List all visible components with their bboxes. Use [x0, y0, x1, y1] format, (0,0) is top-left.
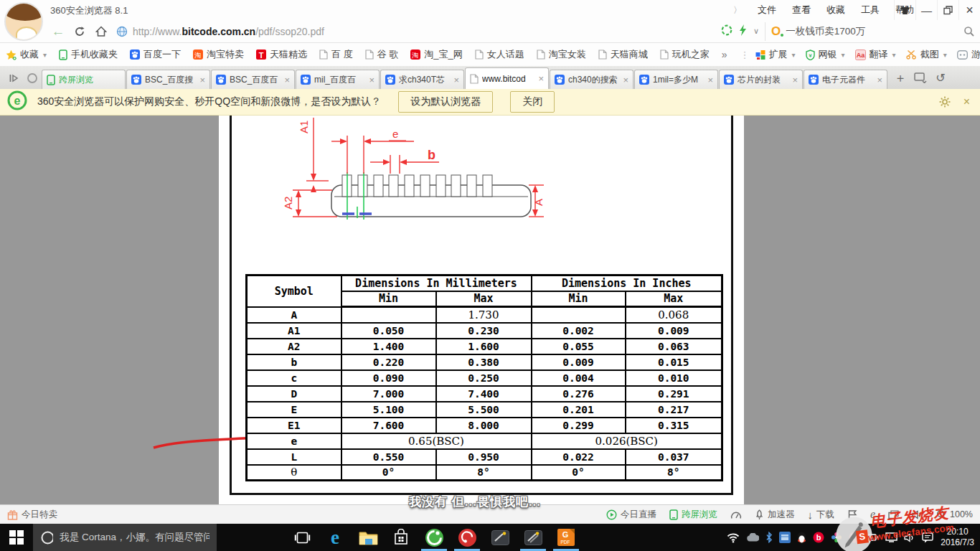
tab-BSC_百度搜[interactable]: BSC_百度搜× — [126, 70, 210, 89]
tab-求ch340T芯[interactable]: 求ch340T芯× — [380, 70, 464, 89]
bookmark-item[interactable]: 玩机之家 — [660, 48, 710, 61]
bookmarks-overflow-button[interactable]: » — [722, 49, 727, 60]
statusbar-item[interactable] — [847, 509, 857, 519]
tab-close-icon[interactable]: × — [199, 75, 205, 85]
bookmark-item[interactable]: Aa翻译▾ — [855, 48, 896, 61]
url-field[interactable]: http://www.bitcode.com.cn/pdf/ssop20.pdf — [112, 22, 715, 41]
search-icon[interactable] — [963, 26, 974, 37]
reopen-closed-tab-button[interactable]: ↺ — [931, 67, 950, 88]
bookmark-item[interactable]: T天猫精选 — [256, 48, 307, 61]
statusbar-item[interactable] — [888, 510, 899, 519]
bookmark-item[interactable]: 女人话题 — [475, 48, 524, 61]
bookmark-item[interactable]: 扩展▾ — [755, 48, 796, 61]
statusbar-item-100%[interactable]: 100% — [936, 509, 973, 519]
tray-chat[interactable] — [922, 532, 933, 543]
tab-close-icon[interactable]: × — [538, 73, 544, 84]
theme-button[interactable] — [894, 0, 915, 20]
tab-close-icon[interactable]: × — [792, 75, 798, 85]
back-button[interactable]: ← — [47, 22, 69, 41]
search-box[interactable]: O 一枚钱币卖1700万 — [765, 22, 980, 41]
set-default-browser-button[interactable]: 设为默认浏览器 — [398, 91, 493, 113]
menu-item-查看[interactable]: 查看 — [792, 4, 811, 17]
bookmark-item[interactable]: 收藏▾ — [6, 48, 47, 61]
statusbar-item-加速器[interactable]: 加速器 — [755, 509, 795, 521]
tray-netbank[interactable] — [779, 532, 791, 543]
tab-sidebar-button[interactable] — [4, 67, 23, 89]
bookmark-item[interactable]: 天猫商城 — [598, 48, 648, 61]
taskbar-clock[interactable]: 20:10 2016/7/3 — [938, 527, 980, 548]
minimize-button[interactable]: — — [915, 0, 937, 20]
bookmark-item[interactable]: 淘宝女装 — [537, 48, 586, 61]
tray-monitor[interactable] — [885, 532, 897, 542]
tray-qq[interactable] — [797, 532, 806, 543]
start-button[interactable] — [0, 524, 33, 551]
wheel-button[interactable] — [23, 67, 42, 89]
new-tab-button[interactable]: ＋ — [891, 67, 910, 88]
user-avatar[interactable] — [4, 2, 43, 41]
tab-list-button[interactable] — [911, 67, 930, 88]
url-dropdown-button[interactable]: ∨ — [753, 27, 759, 36]
tray-music-small[interactable] — [849, 532, 860, 543]
taskbar-app-music[interactable] — [451, 524, 484, 551]
menu-item-工具[interactable]: 工具 — [861, 4, 880, 17]
tab-close-icon[interactable]: × — [707, 75, 713, 85]
statusbar-item-今日特卖[interactable]: 今日特卖 — [7, 509, 57, 521]
tab-close-icon[interactable]: × — [877, 75, 882, 85]
taskbar-app-dark2[interactable] — [517, 524, 550, 551]
taskbar-app-browser360[interactable] — [418, 524, 451, 551]
tray-wifi[interactable] — [727, 532, 740, 543]
tray-beats[interactable]: b — [813, 532, 824, 543]
maximize-button[interactable] — [937, 0, 958, 20]
refresh-button[interactable] — [69, 22, 90, 41]
tab-BSC_百度百[interactable]: BSC_百度百× — [211, 70, 295, 89]
bookmark-item[interactable]: 淘淘宝特卖 — [193, 48, 244, 61]
tray-battery[interactable] — [867, 533, 879, 542]
taskbar-app-dark1[interactable] — [484, 524, 517, 551]
home-button[interactable] — [90, 22, 112, 41]
tab-close-icon[interactable]: × — [369, 75, 374, 85]
task-view-button[interactable] — [286, 524, 319, 551]
bookmark-item[interactable]: 淘淘_宝_网 — [410, 48, 462, 61]
tab-电子元器件[interactable]: 电子元器件× — [804, 70, 887, 89]
statusbar-item-下载[interactable]: ↓下载 — [807, 509, 834, 521]
tab-www.bitcod[interactable]: www.bitcod× — [465, 67, 549, 89]
tray-cloud[interactable] — [746, 533, 759, 542]
tray-flower[interactable] — [831, 532, 842, 543]
notice-close-button[interactable]: 关闭 — [510, 91, 555, 113]
bookmark-item[interactable]: 手机收藏夹 — [59, 48, 118, 61]
statusbar-item[interactable]: e — [870, 508, 875, 521]
tray-bluetooth[interactable] — [765, 532, 773, 543]
tab-close-icon[interactable]: × — [453, 75, 459, 85]
taskbar-app-pdfapp[interactable]: GPDF — [550, 524, 583, 551]
statusbar-item[interactable] — [912, 510, 923, 519]
tab-mil_百度百[interactable]: mil_百度百× — [296, 70, 380, 89]
menu-item-文件[interactable]: 文件 — [758, 4, 776, 17]
pdf-content-area[interactable]: A1 e b A2 A Symbol Dimensions In Millime… — [0, 116, 980, 504]
no-trace-button[interactable] — [721, 24, 732, 39]
tab-close-icon[interactable]: × — [623, 75, 628, 85]
statusbar-item-今日直播[interactable]: 今日直播 — [606, 509, 656, 521]
gear-icon[interactable] — [939, 96, 951, 108]
taskbar-app-edge[interactable]: e — [319, 524, 352, 551]
tray-speaker[interactable] — [904, 533, 915, 542]
search-input[interactable]: 一枚钱币卖1700万 — [786, 25, 958, 38]
statusbar-item[interactable] — [730, 510, 742, 519]
cortana-search-box[interactable]: 我是 Cortana，小娜。有问题尽管问我。 — [33, 524, 217, 551]
speed-mode-button[interactable] — [739, 24, 747, 39]
bookmark-item[interactable]: 谷 歌 — [365, 48, 399, 61]
notice-dismiss-icon[interactable]: × — [963, 95, 970, 108]
statusbar-item-跨屏浏览[interactable]: 跨屏浏览 — [669, 509, 717, 521]
close-button[interactable]: × — [958, 0, 980, 20]
bookmark-item[interactable]: 百 度 — [319, 48, 353, 61]
tab-close-icon[interactable]: × — [284, 75, 290, 85]
taskbar-app-folder[interactable] — [352, 524, 385, 551]
tab-芯片的封装[interactable]: 芯片的封装× — [719, 70, 803, 89]
tab-1mil=多少M[interactable]: 1mil=多少M× — [634, 70, 718, 89]
bookmark-item[interactable]: 截图▾ — [906, 48, 947, 61]
menu-collapse-icon[interactable]: 〉 — [733, 4, 742, 17]
tab-ch340的搜索[interactable]: ch340的搜索× — [550, 70, 633, 89]
bookmark-item[interactable]: 百度一下 — [130, 48, 181, 61]
tab-跨屏浏览[interactable]: 跨屏浏览 — [42, 70, 126, 89]
menu-item-收藏[interactable]: 收藏 — [826, 4, 845, 17]
bookmark-item[interactable]: ¥网银▾ — [806, 48, 845, 61]
